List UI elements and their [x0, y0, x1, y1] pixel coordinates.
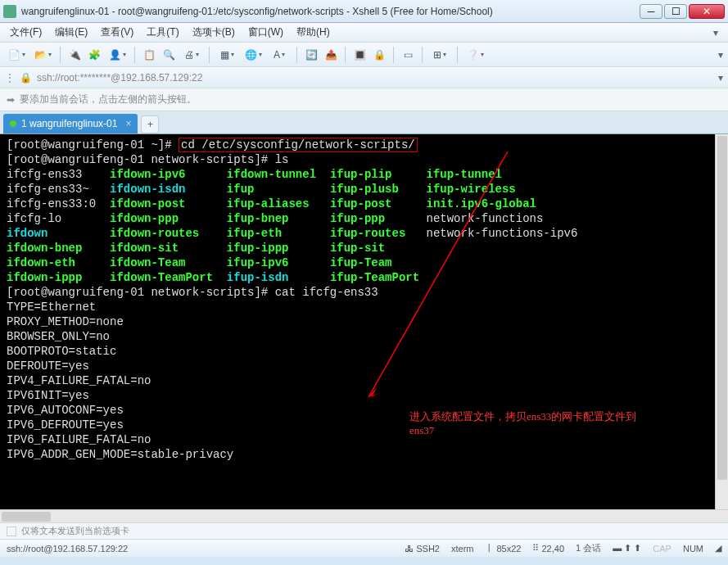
status-cursor: ⠿ 22,40	[532, 543, 564, 554]
disconnect-button[interactable]: 🧩	[86, 47, 102, 63]
layout-button[interactable]: ⊞	[428, 47, 451, 63]
view-button[interactable]: ▦	[215, 47, 238, 63]
annotation-text: 进入系统配置文件，拷贝ens33的网卡配置文件到ens37	[409, 409, 688, 437]
session-tab-1[interactable]: 1 wangruifenglinux-01 ×	[3, 114, 138, 133]
menu-edit[interactable]: 编辑(E)	[52, 24, 91, 41]
tab-add-button[interactable]: +	[141, 115, 159, 133]
tab-bar: 1 wangruifenglinux-01 × +	[0, 111, 728, 134]
tab-status-icon	[10, 120, 16, 127]
font-button[interactable]: A	[268, 47, 291, 63]
address-text[interactable]: ssh://root:********@192.168.57.129:22	[37, 72, 202, 84]
maximize-button[interactable]: ☐	[664, 4, 687, 19]
tab-close-icon[interactable]: ×	[125, 118, 131, 129]
status-connection: ssh://root@192.168.57.129:22	[7, 544, 128, 554]
toolbar: 📄 📂 🔌 🧩 👤 📋 🔍 🖨 ▦ 🌐 A 🔄 📤 🔳 🔒 ▭ ⊞ ❔ ▾	[0, 43, 728, 67]
menu-overflow-icon[interactable]: ▾	[710, 25, 721, 40]
menu-view[interactable]: 查看(V)	[97, 24, 137, 41]
minimize-button[interactable]: ─	[640, 4, 662, 19]
status-sessions: 1 会话	[576, 542, 601, 554]
reconnect-button[interactable]: 🔌	[66, 47, 83, 63]
hint-bar: ➡ 要添加当前会话，点击左侧的箭头按钮。	[0, 88, 728, 111]
send-option-bar: 仅将文本发送到当前选项卡	[0, 522, 728, 539]
pin-checkbox[interactable]	[7, 527, 16, 536]
status-terminal-type: xterm	[451, 544, 474, 554]
menu-tabs[interactable]: 选项卡(B)	[189, 24, 238, 41]
menu-help[interactable]: 帮助(H)	[293, 24, 333, 41]
address-dropdown-icon[interactable]: ▾	[718, 72, 723, 84]
window-titlebar: wangruifenglinux-01 - root@wangruifeng-0…	[0, 0, 728, 23]
find-button[interactable]: 🔍	[161, 47, 177, 63]
copy-button[interactable]: 📋	[141, 47, 157, 63]
menu-tools[interactable]: 工具(T)	[143, 24, 182, 41]
hint-text: 要添加当前会话，点击左侧的箭头按钮。	[20, 93, 197, 106]
lock-icon: 🔒	[20, 72, 32, 84]
hint-arrow-icon[interactable]: ➡	[7, 94, 15, 106]
script-button[interactable]: 🔄	[303, 47, 319, 63]
key-button[interactable]: 🔒	[371, 47, 387, 63]
status-size: ⼁ 85x22	[485, 542, 521, 554]
open-button[interactable]: 📂	[31, 47, 54, 63]
help-button[interactable]: ❔	[463, 47, 486, 63]
status-num: NUM	[683, 544, 703, 554]
send-option-label: 仅将文本发送到当前选项卡	[21, 525, 129, 537]
tile-button[interactable]: ▭	[400, 47, 416, 63]
status-cap: CAP	[653, 544, 671, 554]
profile-button[interactable]: 👤	[106, 47, 129, 63]
tab-label: 1 wangruifenglinux-01	[21, 118, 117, 129]
lock-button[interactable]: 🔳	[351, 47, 368, 63]
toolbar-overflow-icon[interactable]: ▾	[718, 49, 723, 61]
terminal-output[interactable]: [root@wangruifeng-01 ~]# cd /etc/sysconf…	[0, 134, 728, 509]
new-session-button[interactable]: 📄	[5, 47, 28, 63]
menu-file[interactable]: 文件(F)	[7, 24, 45, 41]
menu-window[interactable]: 窗口(W)	[245, 24, 287, 41]
horizontal-scrollbar[interactable]	[0, 509, 728, 522]
status-resize-grip-icon[interactable]: ◢	[715, 543, 721, 554]
status-protocol: 🖧 SSH2	[405, 544, 440, 554]
address-bar: ⋮ 🔒 ssh://root:********@192.168.57.129:2…	[0, 67, 728, 88]
app-icon	[3, 5, 16, 18]
globe-button[interactable]: 🌐	[242, 47, 265, 63]
window-title: wangruifenglinux-01 - root@wangruifeng-0…	[21, 6, 638, 17]
transfer-button[interactable]: 📤	[323, 47, 339, 63]
close-button[interactable]: ✕	[689, 4, 725, 19]
status-bar: ssh://root@192.168.57.129:22 🖧 SSH2 xter…	[0, 539, 728, 557]
menu-bar: 文件(F) 编辑(E) 查看(V) 工具(T) 选项卡(B) 窗口(W) 帮助(…	[0, 23, 728, 43]
status-network-icon: ▬ ⬆ ⬆	[613, 543, 641, 554]
vertical-scrollbar[interactable]	[715, 134, 728, 509]
addressbar-handle-icon: ⋮	[5, 72, 15, 84]
print-button[interactable]: 🖨	[180, 47, 203, 63]
